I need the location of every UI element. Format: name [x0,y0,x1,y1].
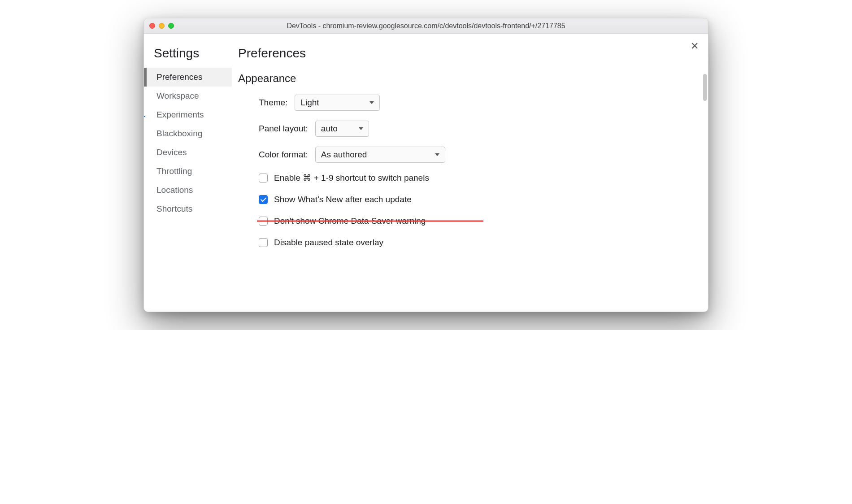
scrollbar-thumb[interactable] [703,74,707,101]
preferences-panel: Preferences Appearance Theme: Light Pane… [232,34,708,312]
checkbox-label: Show What's New after each update [274,195,412,204]
minimize-window-button[interactable] [159,23,165,29]
color-format-label: Color format: [259,150,308,160]
titlebar[interactable]: DevTools - chromium-review.googlesource.… [144,18,708,34]
checkbox-row: Disable paused state overlay [259,238,699,248]
theme-label: Theme: [259,98,287,108]
sidebar-item-preferences[interactable]: Preferences [144,68,232,87]
panel-layout-select[interactable]: auto [315,121,369,137]
accent-strip [144,116,145,117]
sidebar-item-throttling[interactable]: Throttling [144,162,232,181]
checkbox-row: Enable ⌘ + 1-9 shortcut to switch panels [259,173,699,183]
settings-sidebar: Settings PreferencesWorkspaceExperiments… [144,34,232,312]
chevron-down-icon [359,127,363,130]
window-title: DevTools - chromium-review.googlesource.… [144,22,708,30]
checkbox-row: Don't show Chrome Data Saver warning [259,216,699,226]
color-format-select[interactable]: As authored [315,147,445,163]
checkbox[interactable] [259,174,268,182]
sidebar-item-experiments[interactable]: Experiments [144,105,232,124]
checkbox-label: Don't show Chrome Data Saver warning [274,216,426,226]
sidebar-item-blackboxing[interactable]: Blackboxing [144,124,232,143]
theme-select[interactable]: Light [295,95,380,111]
content-area: ✕ Settings PreferencesWorkspaceExperimen… [144,34,708,312]
checkbox-row: Show What's New after each update [259,195,699,204]
section-title-appearance: Appearance [238,72,699,85]
panel-layout-row: Panel layout: auto [259,121,699,137]
checkbox[interactable] [259,195,268,204]
chevron-down-icon [369,101,374,104]
maximize-window-button[interactable] [168,23,174,29]
theme-select-value: Light [300,98,319,108]
close-window-button[interactable] [149,23,155,29]
checkbox-label: Disable paused state overlay [274,238,383,248]
panel-title: Preferences [238,46,699,61]
theme-row: Theme: Light [259,95,699,111]
traffic-lights [149,23,174,29]
sidebar-title: Settings [144,46,232,68]
panel-layout-label: Panel layout: [259,124,308,134]
devtools-window: DevTools - chromium-review.googlesource.… [143,18,709,312]
sidebar-item-devices[interactable]: Devices [144,143,232,162]
panel-layout-select-value: auto [321,124,338,134]
sidebar-item-workspace[interactable]: Workspace [144,87,232,105]
checkbox-label: Enable ⌘ + 1-9 shortcut to switch panels [274,173,429,183]
sidebar-item-shortcuts[interactable]: Shortcuts [144,200,232,218]
checkbox[interactable] [259,217,268,226]
sidebar-item-locations[interactable]: Locations [144,181,232,200]
color-format-select-value: As authored [321,150,367,160]
color-format-row: Color format: As authored [259,147,699,163]
chevron-down-icon [435,153,439,156]
checkbox[interactable] [259,238,268,247]
